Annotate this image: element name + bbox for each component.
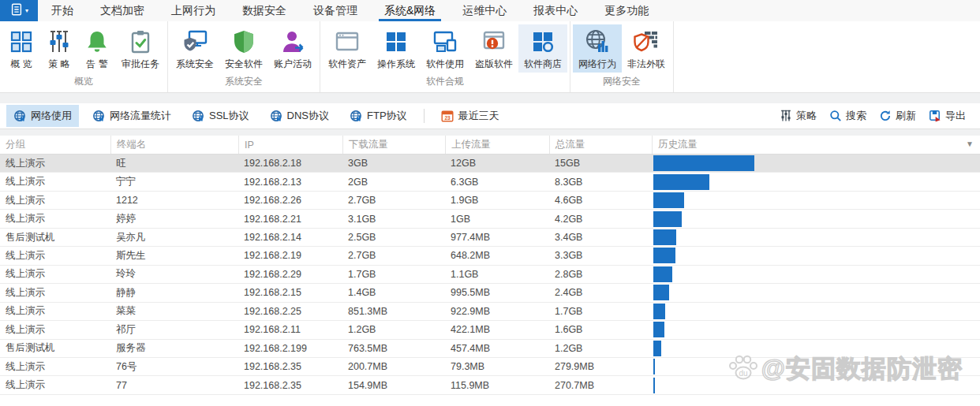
column-options-arrow-icon[interactable]: ▼ (966, 140, 974, 148)
menu-tab-7[interactable]: 报表中心 (520, 0, 591, 21)
cell-group: 线上演示 (0, 247, 110, 264)
ribbon-item-label: 网络行为 (578, 58, 616, 71)
cell-terminal: 玲玲 (110, 266, 238, 283)
ribbon-group-2: 软件资产操作系统软件使用盗版软件软件商店软件合规 (320, 21, 570, 92)
table-row[interactable]: 线上演示婷婷192.168.2.213.1GB1GB4.2GB (0, 210, 980, 228)
ribbon-item[interactable]: 软件商店 (518, 24, 567, 73)
table-row[interactable]: 售后测试机服务器192.168.2.199763.5MB457.4MB1.2GB (0, 340, 980, 358)
history-traffic-bar (653, 266, 672, 282)
column-header-6[interactable]: 历史流量 (652, 136, 980, 154)
cell-group: 线上演示 (0, 210, 110, 227)
ribbon-item[interactable]: 账户活动 (268, 24, 317, 73)
cell-download: 3.1GB (342, 210, 445, 227)
ribbon-item[interactable]: 审批任务 (116, 24, 165, 73)
table-row[interactable]: 线上演示菜菜192.168.2.25851.3MB922.9MB1.7GB (0, 303, 980, 321)
shield-check-icon (230, 28, 257, 55)
table-row[interactable]: 线上演示76号192.168.2.35200.7MB79.3MB279.9MB (0, 358, 980, 376)
globe-icon (92, 110, 105, 122)
table-row[interactable]: 线上演示静静192.168.2.151.4GB995.5MB2.4GB (0, 284, 980, 302)
column-header-1[interactable]: 终端名 (110, 136, 238, 154)
menu-tab-6[interactable]: 运维中心 (449, 0, 520, 21)
menu-tab-5[interactable]: 系统&网络 (371, 0, 449, 21)
ribbon-item[interactable]: 非法外联 (622, 24, 671, 73)
column-header-0[interactable]: 分组 (0, 136, 110, 154)
cell-group: 线上演示 (0, 321, 110, 338)
cell-download: 1.7GB (342, 266, 445, 283)
ribbon-item-label: 安全软件 (225, 58, 263, 71)
cell-upload: 79.3MB (445, 358, 549, 375)
cell-history (652, 376, 980, 393)
ribbon-item[interactable]: 软件资产 (323, 24, 372, 73)
history-traffic-bar (653, 341, 661, 356)
traffic-table: 分组终端名IP下载流量上传流量总流量历史流量▼ 线上演示旺192.168.2.1… (0, 136, 980, 395)
chevron-down-icon: ▾ (25, 7, 28, 14)
menu-tab-2[interactable]: 上网行为 (158, 0, 229, 21)
table-row[interactable]: 售后测试机吴亦凡192.168.2.142.5GB977.4MB3.4GB (0, 229, 980, 247)
date-filter-button[interactable]: 23 最近三天 (434, 105, 507, 127)
cell-ip: 192.168.2.13 (238, 173, 342, 190)
app-menu-button[interactable]: ▾ (0, 0, 38, 21)
action-button-2[interactable]: 刷新 (879, 109, 916, 123)
view-tab-3[interactable]: DNS协议 (263, 105, 336, 127)
cell-total: 15GB (549, 155, 652, 172)
action-button-label: 搜索 (846, 109, 866, 123)
action-button-3[interactable]: 导出 (929, 109, 966, 123)
menu-tab-4[interactable]: 设备管理 (300, 0, 371, 21)
column-header-3[interactable]: 下载流量 (342, 136, 445, 154)
view-tab-2[interactable]: SSL协议 (185, 105, 256, 127)
toolbar-actions: 策略搜索刷新导出 (780, 109, 974, 123)
ribbon-item-label: 操作系统 (377, 58, 415, 71)
ribbon-item[interactable]: 告 警 (78, 24, 116, 73)
column-header-4[interactable]: 上传流量 (445, 136, 549, 154)
cell-total: 279.9MB (549, 358, 652, 375)
cell-terminal: 服务器 (110, 340, 238, 357)
ribbon-item[interactable]: 操作系统 (372, 24, 421, 73)
menu-tab-0[interactable]: 开始 (38, 0, 87, 21)
column-header-5[interactable]: 总流量 (549, 136, 652, 154)
cell-upload: 1.9GB (445, 192, 549, 209)
table-row[interactable]: 线上演示斯先生192.168.2.192.7GB648.2MB3.3GB (0, 247, 980, 265)
monitors-icon (432, 28, 458, 55)
sliders-icon (46, 28, 73, 55)
app-window-icon (334, 28, 361, 55)
ribbon-item[interactable]: 盗版软件 (469, 24, 518, 73)
table-row[interactable]: 线上演示祁厅192.168.2.111.2GB422.1MB1.6GB (0, 321, 980, 339)
view-tab-1[interactable]: 网络流量统计 (85, 105, 178, 127)
menu-tab-3[interactable]: 数据安全 (229, 0, 300, 21)
app-list-icon (9, 2, 24, 19)
ribbon-item[interactable]: 策 略 (40, 24, 78, 73)
ribbon-item[interactable]: 系统安全 (170, 24, 219, 73)
history-traffic-bar (653, 211, 682, 227)
cell-group: 线上演示 (0, 173, 110, 190)
cell-terminal: 静静 (110, 284, 238, 301)
ribbon-item[interactable]: 安全软件 (219, 24, 268, 73)
table-row[interactable]: 线上演示77192.168.2.35154.9MB115.9MB270.7MB (0, 376, 980, 394)
action-button-1[interactable]: 搜索 (829, 109, 866, 123)
cell-history (652, 247, 980, 264)
table-row[interactable]: 线上演示旺192.168.2.183GB12GB15GB (0, 155, 980, 173)
cell-download: 1.4GB (342, 284, 445, 301)
ribbon-group-label: 系统安全 (170, 73, 317, 93)
menu-tab-1[interactable]: 文档加密 (87, 0, 158, 21)
cell-download: 851.3MB (342, 303, 445, 320)
cell-group: 线上演示 (0, 155, 110, 172)
ribbon-toolbar-gap (0, 93, 980, 103)
view-tab-4[interactable]: FTP协议 (342, 105, 414, 127)
cell-group: 线上演示 (0, 192, 110, 209)
action-button-label: 导出 (945, 109, 966, 123)
ribbon-item[interactable]: 概 览 (2, 24, 40, 73)
table-row[interactable]: 线上演示1212192.168.2.262.7GB1.9GB4.6GB (0, 192, 980, 210)
history-traffic-bar (653, 285, 669, 300)
cell-ip: 192.168.2.18 (238, 155, 342, 172)
action-button-0[interactable]: 策略 (780, 109, 817, 123)
ribbon-item[interactable]: 软件使用 (421, 24, 469, 73)
table-row[interactable]: 线上演示玲玲192.168.2.291.7GB1.1GB2.8GB (0, 266, 980, 284)
table-row[interactable]: 线上演示宁宁192.168.2.132GB6.3GB8.3GB (0, 173, 980, 191)
ribbon-item-label: 软件使用 (426, 58, 464, 71)
date-filter-label: 最近三天 (458, 109, 499, 123)
column-header-2[interactable]: IP (238, 136, 342, 154)
ribbon-item[interactable]: 网络行为 (573, 24, 622, 73)
cell-group: 线上演示 (0, 303, 110, 320)
menu-tab-8[interactable]: 更多功能 (591, 0, 662, 21)
view-tab-0[interactable]: 网络使用 (6, 105, 79, 127)
